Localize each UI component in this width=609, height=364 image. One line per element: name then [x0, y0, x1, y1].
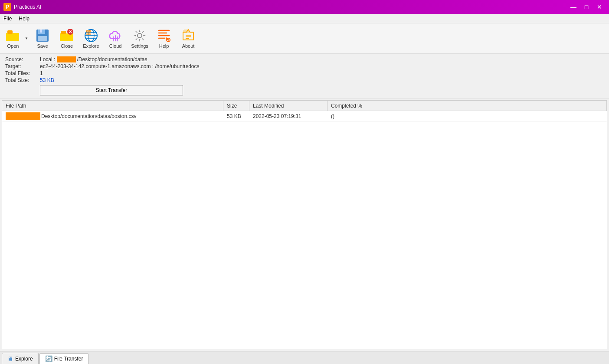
table-row[interactable]: Desktop/documentation/datas/boston.csv 5… — [2, 111, 607, 121]
tab-file-transfer-label: File Transfer — [54, 356, 83, 362]
col-header-modified: Last Modified — [249, 101, 327, 111]
open-icon — [6, 29, 20, 43]
svg-point-21 — [138, 33, 142, 38]
info-panel: Source: Local : /Desktop/documentation/d… — [0, 54, 609, 98]
settings-label: Settings — [131, 43, 148, 49]
open-button[interactable]: Open — [3, 26, 23, 52]
source-path-box — [57, 56, 76, 62]
about-icon — [181, 29, 195, 43]
save-label: Save — [37, 43, 48, 49]
open-dropdown-arrow[interactable]: ▼ — [24, 26, 29, 52]
source-label: Source: — [5, 56, 40, 62]
svg-rect-10 — [61, 31, 66, 34]
close-label: Close — [61, 43, 73, 49]
tab-explore-icon: 🖥 — [7, 355, 13, 362]
bottom-tab-bar: 🖥 Explore 🔄 File Transfer — [0, 351, 609, 364]
settings-icon — [133, 29, 147, 43]
explore-button[interactable]: 01 Explore — [80, 26, 102, 52]
svg-text:P: P — [6, 4, 9, 10]
close-folder-icon: ✕ — [60, 29, 74, 43]
svg-text:01: 01 — [87, 30, 90, 33]
open-label: Open — [7, 43, 19, 49]
menu-help[interactable]: Help — [15, 15, 33, 23]
app-icon: P — [3, 3, 11, 11]
settings-button[interactable]: Settings — [128, 26, 151, 52]
target-row: Target: ec2-44-203-34-142.compute-1.amaz… — [5, 63, 604, 69]
file-cell-path: Desktop/documentation/datas/boston.csv — [2, 111, 223, 121]
source-path-text: /Desktop/documentation/datas — [77, 56, 147, 62]
about-label: About — [182, 43, 195, 49]
explore-icon: 01 — [84, 29, 98, 43]
source-value: Local : /Desktop/documentation/datas — [40, 56, 147, 62]
total-files-row: Total Files: 1 — [5, 70, 604, 76]
svg-rect-20 — [86, 33, 91, 35]
svg-rect-4 — [6, 34, 19, 41]
total-size-value: 53 KB — [40, 77, 54, 83]
svg-text:✕: ✕ — [69, 30, 72, 34]
tab-explore[interactable]: 🖥 Explore — [2, 353, 39, 364]
svg-rect-8 — [38, 36, 47, 41]
window-controls: — □ ✕ — [567, 2, 606, 12]
title-bar: P Practicus AI — □ ✕ — [0, 0, 609, 14]
toolbar: Open ▼ Save ✕ Close — [0, 23, 609, 54]
close-button[interactable]: ✕ — [593, 2, 606, 12]
file-cell-modified: 2022-05-23 07:19:31 — [249, 111, 327, 121]
target-value: ec2-44-203-34-142.compute-1.amazonaws.co… — [40, 63, 200, 69]
file-cell-size: 53 KB — [223, 111, 249, 121]
total-size-row: Total Size: 53 KB — [5, 77, 604, 83]
start-transfer-button[interactable]: Start Transfer — [40, 85, 183, 95]
menu-bar: File Help — [0, 14, 609, 23]
app-title: Practicus AI — [14, 4, 41, 10]
open-button-group: Open ▼ — [3, 26, 29, 52]
file-path-text: Desktop/documentation/datas/boston.csv — [41, 113, 136, 119]
col-header-filepath: File Path — [2, 101, 223, 111]
title-bar-left: P Practicus AI — [3, 3, 41, 11]
minimize-button[interactable]: — — [567, 2, 580, 12]
tab-file-transfer-icon: 🔄 — [45, 355, 52, 362]
file-list-header: File Path Size Last Modified Completed % — [2, 101, 607, 111]
total-files-value: 1 — [40, 70, 43, 76]
file-cell-completed: () — [327, 111, 607, 121]
total-files-label: Total Files: — [5, 70, 40, 76]
menu-file[interactable]: File — [0, 15, 15, 23]
help-icon — [157, 29, 171, 43]
about-button[interactable]: About — [177, 26, 200, 52]
cloud-icon — [108, 29, 122, 43]
target-label: Target: — [5, 63, 40, 69]
file-list-container: File Path Size Last Modified Completed %… — [2, 100, 607, 349]
source-row: Source: Local : /Desktop/documentation/d… — [5, 56, 604, 62]
tab-explore-label: Explore — [15, 356, 33, 362]
close-folder-button[interactable]: ✕ Close — [56, 26, 78, 52]
cloud-button[interactable]: Cloud — [104, 26, 127, 52]
svg-rect-7 — [40, 30, 42, 33]
col-header-completed: Completed % — [327, 101, 607, 111]
transfer-row: Start Transfer — [5, 85, 604, 95]
col-header-size: Size — [223, 101, 249, 111]
maximize-button[interactable]: □ — [580, 2, 593, 12]
help-button[interactable]: Help — [153, 26, 175, 52]
file-path-highlight — [6, 112, 40, 120]
total-size-label: Total Size: — [5, 77, 40, 83]
svg-rect-3 — [7, 30, 13, 34]
cloud-label: Cloud — [109, 43, 122, 49]
help-label: Help — [159, 43, 169, 49]
tab-file-transfer[interactable]: 🔄 File Transfer — [39, 353, 89, 364]
explore-label: Explore — [83, 43, 99, 49]
save-button[interactable]: Save — [31, 26, 54, 52]
save-icon — [36, 29, 49, 43]
